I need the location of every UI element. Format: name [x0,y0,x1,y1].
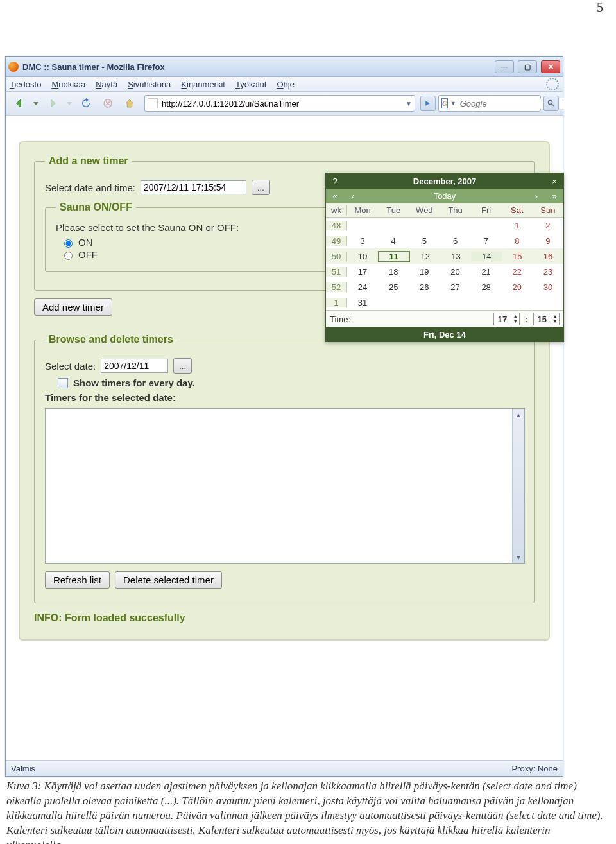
cal-day[interactable]: 24 [347,282,378,292]
reload-button[interactable] [76,94,96,113]
cal-day[interactable]: 4 [378,236,409,246]
browse-fieldset: Browse and delete timers Select date: ..… [34,334,535,603]
close-button[interactable]: ✕ [541,60,560,73]
menu-history[interactable]: Sivuhistoria [128,80,171,89]
cal-day[interactable]: 13 [441,252,472,261]
on-radio[interactable] [64,239,73,248]
back-dropdown[interactable] [31,94,40,113]
cal-next-month[interactable]: › [527,191,545,201]
datetime-input[interactable] [141,180,246,194]
cal-week-number: 51 [326,267,347,277]
cal-help-button[interactable]: ? [326,177,344,186]
browser-window: DMC :: Sauna timer - Mozilla Firefox — ▢… [5,56,563,777]
google-icon[interactable]: G [441,98,448,108]
cal-dow-thu: Thu [440,205,470,215]
proxy-status: Proxy: None [511,764,558,773]
cal-day[interactable]: 11 [378,251,410,262]
go-button[interactable] [420,96,436,111]
cal-day[interactable]: 29 [502,282,533,292]
cal-prev-year[interactable]: « [326,191,344,201]
url-dropdown-icon[interactable]: ▼ [406,100,412,107]
cal-day[interactable]: 22 [502,267,533,277]
cal-day[interactable]: 26 [409,282,440,292]
menubar: Tiedosto Muokkaa Näytä Sivuhistoria Kirj… [6,77,563,92]
everyday-checkbox[interactable] [58,378,68,388]
scroll-down-icon[interactable]: ▼ [513,551,524,563]
forward-dropdown[interactable] [65,94,74,113]
cal-day[interactable]: 15 [502,252,533,261]
timers-list[interactable]: ▲ ▼ [45,408,525,564]
cal-minute-spinner[interactable]: 15 ▲▼ [533,313,560,325]
search-go-button[interactable] [543,96,559,111]
scroll-track[interactable] [513,420,524,551]
off-radio[interactable] [64,252,73,260]
address-bar: ▼ [144,95,415,112]
cal-dow-sun: Sun [533,205,563,215]
back-button[interactable] [10,94,29,113]
scrollbar[interactable]: ▲ ▼ [512,409,524,563]
cal-prev-month[interactable]: ‹ [344,191,362,201]
menu-edit[interactable]: Muokkaa [51,80,85,89]
menu-help[interactable]: Ohje [277,80,294,89]
cal-next-year[interactable]: » [545,191,563,201]
cal-day[interactable]: 21 [471,267,502,277]
cal-day[interactable]: 27 [440,282,470,292]
refresh-list-button[interactable]: Refresh list [45,571,110,589]
cal-day[interactable]: 8 [502,236,533,246]
cal-day[interactable]: 31 [347,298,378,307]
date-picker-button[interactable]: ... [173,358,192,374]
figure-caption: Kuva 3: Käyttäjä voi asettaa uuden ajast… [6,779,610,844]
minimize-button[interactable]: — [495,60,514,73]
add-legend: Add a new timer [45,155,132,167]
cal-day[interactable]: 2 [533,221,563,230]
scroll-up-icon[interactable]: ▲ [513,409,524,420]
info-message: INFO: Form loaded succesfully [34,612,535,624]
url-input[interactable] [160,98,403,109]
cal-day[interactable]: 30 [533,282,563,292]
page-favicon [148,98,158,108]
cal-day[interactable]: 5 [409,236,440,246]
maximize-button[interactable]: ▢ [518,60,537,73]
navigation-toolbar: ▼ G ▼ [6,92,563,116]
menu-file[interactable]: Tiedosto [10,80,41,89]
cal-day[interactable]: 28 [471,282,502,292]
cal-day[interactable]: 20 [440,267,470,277]
cal-dow-mon: Mon [347,205,378,215]
menu-bookmarks[interactable]: Kirjanmerkit [181,80,225,89]
cal-day[interactable]: 14 [471,252,502,261]
search-dropdown-icon[interactable]: ▼ [450,100,456,107]
cal-day[interactable]: 17 [347,267,378,277]
cal-close-button[interactable]: × [545,177,563,186]
cal-day[interactable]: 19 [409,267,440,277]
home-button[interactable] [120,94,139,113]
cal-hour-spinner[interactable]: 17 ▲▼ [493,313,520,325]
datetime-picker-button[interactable]: ... [252,180,270,195]
cal-day[interactable]: 9 [533,236,563,246]
stop-button[interactable] [98,94,117,113]
cal-day[interactable]: 7 [471,236,502,246]
cal-day[interactable]: 3 [347,236,378,246]
cal-dow-sat: Sat [502,205,533,215]
cal-day[interactable]: 10 [347,252,378,261]
add-timer-button[interactable]: Add new timer [34,298,112,316]
menu-view[interactable]: Näytä [96,80,117,89]
cal-day[interactable]: 1 [502,221,533,230]
cal-today-button[interactable]: Today [362,191,527,201]
cal-day[interactable]: 16 [533,252,563,261]
forward-button[interactable] [43,94,62,113]
titlebar: DMC :: Sauna timer - Mozilla Firefox — ▢… [6,57,563,77]
cal-dow-wed: Wed [409,205,440,215]
cal-day[interactable]: 23 [533,267,563,277]
date-input[interactable] [101,359,168,373]
menu-tools[interactable]: Työkalut [235,80,266,89]
onoff-legend: Sauna ON/OFF [56,202,136,213]
cal-dow-row: wk Mon Tue Wed Thu Fri Sat Sun [326,203,563,218]
svg-point-1 [549,101,552,105]
statusbar: Valmis Proxy: None [6,760,563,776]
cal-day[interactable]: 25 [378,282,409,292]
cal-day[interactable]: 18 [378,267,409,277]
cal-day[interactable]: 12 [410,252,441,261]
cal-body: 4812493456789501011121314151651171819202… [326,218,563,310]
delete-timer-button[interactable]: Delete selected timer [115,571,222,589]
cal-day[interactable]: 6 [440,236,470,246]
